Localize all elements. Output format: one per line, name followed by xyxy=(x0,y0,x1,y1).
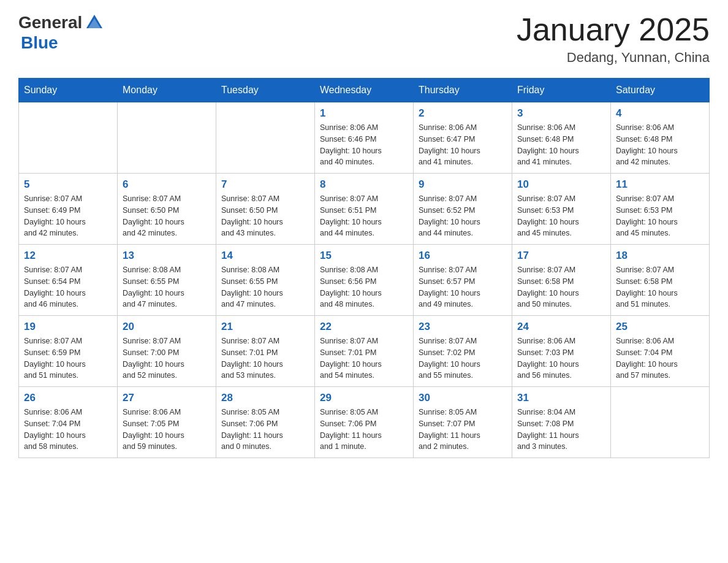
calendar-week-row: 12Sunrise: 8:07 AMSunset: 6:54 PMDayligh… xyxy=(19,245,710,316)
calendar-cell: 24Sunrise: 8:06 AMSunset: 7:03 PMDayligh… xyxy=(512,316,611,387)
day-number: 7 xyxy=(221,178,309,191)
header-saturday: Saturday xyxy=(611,79,710,102)
day-info: Sunrise: 8:06 AMSunset: 6:48 PMDaylight:… xyxy=(616,122,704,168)
header-tuesday: Tuesday xyxy=(216,79,315,102)
day-info: Sunrise: 8:05 AMSunset: 7:06 PMDaylight:… xyxy=(320,407,408,453)
day-number: 27 xyxy=(123,392,211,404)
calendar-cell: 19Sunrise: 8:07 AMSunset: 6:59 PMDayligh… xyxy=(19,316,118,387)
calendar-cell: 13Sunrise: 8:08 AMSunset: 6:55 PMDayligh… xyxy=(118,245,216,316)
day-info: Sunrise: 8:07 AMSunset: 6:59 PMDaylight:… xyxy=(24,335,112,381)
calendar-cell: 26Sunrise: 8:06 AMSunset: 7:04 PMDayligh… xyxy=(19,387,118,458)
calendar-cell: 14Sunrise: 8:08 AMSunset: 6:55 PMDayligh… xyxy=(216,245,315,316)
calendar-cell xyxy=(611,387,710,458)
calendar-cell xyxy=(216,102,315,174)
calendar-cell: 15Sunrise: 8:08 AMSunset: 6:56 PMDayligh… xyxy=(315,245,414,316)
calendar-cell xyxy=(19,102,118,174)
day-number: 19 xyxy=(24,321,112,333)
day-number: 9 xyxy=(419,178,507,191)
calendar-cell: 16Sunrise: 8:07 AMSunset: 6:57 PMDayligh… xyxy=(414,245,512,316)
calendar-cell: 1Sunrise: 8:06 AMSunset: 6:46 PMDaylight… xyxy=(315,102,414,174)
day-info: Sunrise: 8:08 AMSunset: 6:55 PMDaylight:… xyxy=(221,264,309,310)
calendar-cell: 31Sunrise: 8:04 AMSunset: 7:08 PMDayligh… xyxy=(512,387,611,458)
day-number: 23 xyxy=(419,321,507,333)
day-info: Sunrise: 8:06 AMSunset: 6:46 PMDaylight:… xyxy=(320,122,408,168)
day-number: 5 xyxy=(24,178,112,191)
calendar-cell: 2Sunrise: 8:06 AMSunset: 6:47 PMDaylight… xyxy=(414,102,512,174)
day-number: 11 xyxy=(616,178,704,191)
day-info: Sunrise: 8:05 AMSunset: 7:07 PMDaylight:… xyxy=(419,407,507,453)
calendar-cell: 18Sunrise: 8:07 AMSunset: 6:58 PMDayligh… xyxy=(611,245,710,316)
day-info: Sunrise: 8:08 AMSunset: 6:56 PMDaylight:… xyxy=(320,264,408,310)
calendar-header: Sunday Monday Tuesday Wednesday Thursday… xyxy=(19,79,710,102)
day-number: 18 xyxy=(616,250,704,262)
day-info: Sunrise: 8:07 AMSunset: 7:01 PMDaylight:… xyxy=(221,335,309,381)
day-number: 30 xyxy=(419,392,507,404)
calendar-week-row: 26Sunrise: 8:06 AMSunset: 7:04 PMDayligh… xyxy=(19,387,710,458)
calendar-cell: 30Sunrise: 8:05 AMSunset: 7:07 PMDayligh… xyxy=(414,387,512,458)
day-info: Sunrise: 8:06 AMSunset: 6:47 PMDaylight:… xyxy=(419,122,507,168)
calendar-week-row: 19Sunrise: 8:07 AMSunset: 6:59 PMDayligh… xyxy=(19,316,710,387)
day-info: Sunrise: 8:07 AMSunset: 6:51 PMDaylight:… xyxy=(320,193,408,239)
month-title: January 2025 xyxy=(517,12,710,47)
day-info: Sunrise: 8:07 AMSunset: 7:01 PMDaylight:… xyxy=(320,335,408,381)
day-number: 10 xyxy=(517,178,605,191)
calendar-cell: 25Sunrise: 8:06 AMSunset: 7:04 PMDayligh… xyxy=(611,316,710,387)
logo-icon xyxy=(84,12,105,33)
calendar-cell: 28Sunrise: 8:05 AMSunset: 7:06 PMDayligh… xyxy=(216,387,315,458)
title-block: January 2025 Dedang, Yunnan, China xyxy=(517,12,710,66)
calendar-body: 1Sunrise: 8:06 AMSunset: 6:46 PMDaylight… xyxy=(19,102,710,458)
day-info: Sunrise: 8:05 AMSunset: 7:06 PMDaylight:… xyxy=(221,407,309,453)
day-info: Sunrise: 8:07 AMSunset: 6:58 PMDaylight:… xyxy=(517,264,605,310)
day-info: Sunrise: 8:06 AMSunset: 7:03 PMDaylight:… xyxy=(517,335,605,381)
calendar-cell: 12Sunrise: 8:07 AMSunset: 6:54 PMDayligh… xyxy=(19,245,118,316)
calendar-cell: 6Sunrise: 8:07 AMSunset: 6:50 PMDaylight… xyxy=(118,174,216,245)
day-info: Sunrise: 8:07 AMSunset: 6:53 PMDaylight:… xyxy=(517,193,605,239)
calendar-cell: 27Sunrise: 8:06 AMSunset: 7:05 PMDayligh… xyxy=(118,387,216,458)
day-info: Sunrise: 8:07 AMSunset: 6:53 PMDaylight:… xyxy=(616,193,704,239)
calendar-week-row: 5Sunrise: 8:07 AMSunset: 6:49 PMDaylight… xyxy=(19,174,710,245)
day-info: Sunrise: 8:07 AMSunset: 6:57 PMDaylight:… xyxy=(419,264,507,310)
calendar-table: Sunday Monday Tuesday Wednesday Thursday… xyxy=(18,78,710,458)
day-info: Sunrise: 8:07 AMSunset: 6:58 PMDaylight:… xyxy=(616,264,704,310)
day-number: 24 xyxy=(517,321,605,333)
day-info: Sunrise: 8:07 AMSunset: 6:49 PMDaylight:… xyxy=(24,193,112,239)
day-info: Sunrise: 8:06 AMSunset: 7:04 PMDaylight:… xyxy=(616,335,704,381)
day-number: 22 xyxy=(320,321,408,333)
header-thursday: Thursday xyxy=(414,79,512,102)
header-friday: Friday xyxy=(512,79,611,102)
day-number: 4 xyxy=(616,107,704,120)
calendar-cell: 4Sunrise: 8:06 AMSunset: 6:48 PMDaylight… xyxy=(611,102,710,174)
logo-general-text: General xyxy=(18,13,82,33)
day-number: 29 xyxy=(320,392,408,404)
calendar-cell: 9Sunrise: 8:07 AMSunset: 6:52 PMDaylight… xyxy=(414,174,512,245)
calendar-cell: 29Sunrise: 8:05 AMSunset: 7:06 PMDayligh… xyxy=(315,387,414,458)
day-info: Sunrise: 8:08 AMSunset: 6:55 PMDaylight:… xyxy=(123,264,211,310)
day-number: 16 xyxy=(419,250,507,262)
day-info: Sunrise: 8:04 AMSunset: 7:08 PMDaylight:… xyxy=(517,407,605,453)
day-info: Sunrise: 8:07 AMSunset: 6:54 PMDaylight:… xyxy=(24,264,112,310)
day-info: Sunrise: 8:06 AMSunset: 7:05 PMDaylight:… xyxy=(123,407,211,453)
day-number: 6 xyxy=(123,178,211,191)
calendar-cell: 23Sunrise: 8:07 AMSunset: 7:02 PMDayligh… xyxy=(414,316,512,387)
day-number: 17 xyxy=(517,250,605,262)
day-number: 2 xyxy=(419,107,507,120)
calendar-cell: 7Sunrise: 8:07 AMSunset: 6:50 PMDaylight… xyxy=(216,174,315,245)
day-number: 8 xyxy=(320,178,408,191)
day-number: 3 xyxy=(517,107,605,120)
day-number: 15 xyxy=(320,250,408,262)
day-number: 20 xyxy=(123,321,211,333)
header-sunday: Sunday xyxy=(19,79,118,102)
day-info: Sunrise: 8:07 AMSunset: 6:52 PMDaylight:… xyxy=(419,193,507,239)
day-info: Sunrise: 8:07 AMSunset: 6:50 PMDaylight:… xyxy=(123,193,211,239)
day-number: 21 xyxy=(221,321,309,333)
calendar-week-row: 1Sunrise: 8:06 AMSunset: 6:46 PMDaylight… xyxy=(19,102,710,174)
calendar-cell: 5Sunrise: 8:07 AMSunset: 6:49 PMDaylight… xyxy=(19,174,118,245)
location: Dedang, Yunnan, China xyxy=(517,50,710,66)
day-number: 13 xyxy=(123,250,211,262)
day-info: Sunrise: 8:06 AMSunset: 6:48 PMDaylight:… xyxy=(517,122,605,168)
weekday-header-row: Sunday Monday Tuesday Wednesday Thursday… xyxy=(19,79,710,102)
day-number: 14 xyxy=(221,250,309,262)
day-number: 12 xyxy=(24,250,112,262)
header-wednesday: Wednesday xyxy=(315,79,414,102)
calendar-cell: 22Sunrise: 8:07 AMSunset: 7:01 PMDayligh… xyxy=(315,316,414,387)
